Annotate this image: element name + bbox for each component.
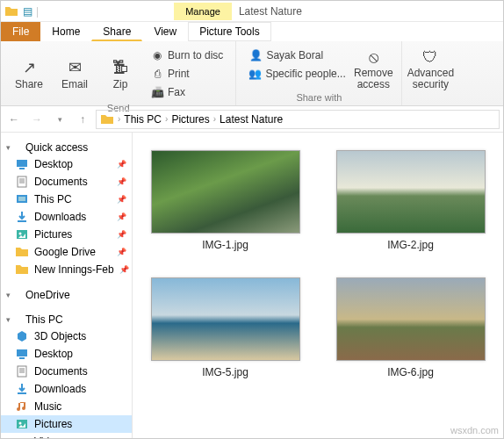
- nav-item[interactable]: Pictures📌: [1, 226, 132, 243]
- nav-item-label: Videos: [34, 435, 66, 438]
- nav-item-label: Downloads: [34, 211, 86, 223]
- nav-item[interactable]: New Innings-Feb📌: [1, 261, 132, 278]
- pin-icon: 📌: [117, 230, 126, 239]
- disc-icon: ◉: [150, 48, 164, 62]
- tab-picture-tools[interactable]: Picture Tools: [188, 22, 270, 41]
- chevron-right-icon: ›: [165, 114, 168, 124]
- nav-item-label: Pictures: [34, 418, 72, 430]
- nav-item[interactable]: 3D Objects: [1, 327, 132, 345]
- nav-back-button[interactable]: ←: [4, 110, 24, 129]
- nav-item[interactable]: Documents📌: [1, 173, 132, 191]
- file-thumbnail[interactable]: IMG-6.jpg: [327, 277, 494, 378]
- nav-item-label: 3D Objects: [34, 330, 86, 342]
- print-button[interactable]: ⎙Print: [147, 65, 227, 83]
- nav-forward-button[interactable]: →: [27, 110, 47, 129]
- group-label-sharewith: Share with: [296, 92, 342, 104]
- crumb-pictures[interactable]: Pictures: [171, 113, 209, 126]
- nav-item-label: Downloads: [34, 383, 86, 395]
- nav-item[interactable]: Music: [1, 398, 132, 415]
- tab-share[interactable]: Share: [91, 22, 142, 41]
- email-button[interactable]: ✉Email: [54, 45, 96, 103]
- pin-icon: 📌: [117, 177, 126, 186]
- svg-rect-5: [18, 220, 26, 222]
- tab-file[interactable]: File: [1, 22, 40, 41]
- remove-access-icon: ⦸: [363, 47, 384, 68]
- ribbon: ↗Share ✉Email 🗜Zip ◉Burn to disc ⎙Print …: [1, 41, 503, 106]
- nav-item[interactable]: This PC📌: [1, 191, 132, 208]
- crumb-root[interactable]: This PC: [124, 113, 162, 126]
- person-icon: 👤: [248, 48, 263, 62]
- explorer-body: ▾Quick accessDesktop📌Documents📌This PC📌D…: [1, 133, 503, 438]
- advanced-label: Advanced security: [407, 68, 454, 90]
- fax-icon: 📠: [150, 85, 164, 99]
- watermark: wsxdn.com: [450, 425, 499, 435]
- crumb-latest-nature[interactable]: Latest Nature: [220, 113, 283, 126]
- nav-item-label: Google Drive: [34, 246, 96, 258]
- nav-head-onedrive[interactable]: ▾OneDrive: [1, 287, 132, 303]
- fax-button[interactable]: 📠Fax: [147, 83, 227, 101]
- cube-icon: [15, 329, 29, 343]
- save-icon[interactable]: ▤: [20, 4, 34, 18]
- file-thumbnail[interactable]: IMG-2.jpg: [327, 150, 494, 251]
- nav-up-button[interactable]: ↑: [73, 110, 92, 129]
- email-label: Email: [61, 78, 88, 90]
- nav-item[interactable]: Documents: [1, 363, 132, 380]
- nav-item[interactable]: Google Drive📌: [1, 243, 132, 261]
- nav-item[interactable]: Desktop📌: [1, 155, 132, 173]
- folder-icon: [15, 263, 29, 277]
- nav-pane[interactable]: ▾Quick accessDesktop📌Documents📌This PC📌D…: [1, 133, 133, 438]
- nav-item-label: Pictures: [34, 228, 72, 241]
- folder-icon: [15, 245, 29, 259]
- chevron-right-icon: ›: [213, 114, 216, 124]
- tab-home[interactable]: Home: [40, 22, 91, 41]
- ribbon-group-security: 🛡Advanced security: [402, 41, 458, 105]
- remove-access-button[interactable]: ⦸Remove access: [352, 45, 394, 92]
- person-label: Sayak Boral: [266, 49, 323, 61]
- image-preview: [336, 150, 486, 234]
- person-sayak-button[interactable]: 👤Sayak Boral: [245, 47, 347, 64]
- svg-rect-2: [18, 176, 26, 187]
- file-thumbnail[interactable]: IMG-5.jpg: [141, 277, 309, 378]
- file-name: IMG-5.jpg: [202, 366, 248, 378]
- specific-people-button[interactable]: 👥Specific people...: [245, 65, 347, 83]
- nav-item[interactable]: Videos: [1, 433, 132, 438]
- file-name: IMG-6.jpg: [387, 366, 434, 378]
- nav-item-label: Desktop: [34, 348, 73, 360]
- ribbon-tabs: File Home Share View Picture Tools: [1, 22, 503, 41]
- breadcrumb[interactable]: › This PC › Pictures › Latest Nature: [96, 110, 500, 129]
- music-icon: [15, 399, 29, 414]
- nav-item[interactable]: Pictures: [1, 415, 132, 433]
- pin-icon: 📌: [117, 160, 126, 169]
- svg-rect-11: [19, 357, 25, 359]
- ribbon-group-sharewith: 👤Sayak Boral 👥Specific people... ⦸Remove…: [236, 41, 402, 105]
- content-pane[interactable]: IMG-1.jpgIMG-2.jpgIMG-5.jpgIMG-6.jpg: [133, 133, 503, 438]
- contextual-tab-header: Manage: [174, 3, 232, 20]
- title-bar: ▤ | Manage Latest Nature: [1, 1, 503, 22]
- address-bar: ← → ▾ ↑ › This PC › Pictures › Latest Na…: [1, 106, 503, 133]
- folder-icon: [100, 112, 114, 126]
- image-preview: [336, 277, 486, 361]
- fax-label: Fax: [168, 86, 185, 98]
- burn-button[interactable]: ◉Burn to disc: [147, 47, 227, 64]
- nav-item[interactable]: Downloads📌: [1, 208, 132, 226]
- nav-head-thispc[interactable]: ▾This PC: [1, 312, 132, 327]
- share-button[interactable]: ↗Share: [8, 45, 50, 103]
- svg-rect-12: [18, 366, 26, 377]
- zip-button[interactable]: 🗜Zip: [99, 45, 141, 103]
- remove-label: Remove access: [354, 68, 393, 90]
- advanced-security-button[interactable]: 🛡Advanced security: [409, 45, 451, 92]
- nav-recent-button[interactable]: ▾: [50, 110, 69, 129]
- nav-item[interactable]: Downloads: [1, 380, 132, 398]
- down-icon: [15, 382, 29, 396]
- nav-item[interactable]: Desktop: [1, 345, 132, 363]
- tab-view[interactable]: View: [142, 22, 188, 41]
- nav-item-label: Documents: [34, 365, 88, 378]
- image-preview: [151, 150, 300, 234]
- file-thumbnail[interactable]: IMG-1.jpg: [141, 150, 309, 251]
- nav-item-label: Desktop: [34, 158, 73, 170]
- nav-head-quick[interactable]: ▾Quick access: [1, 140, 132, 155]
- svg-rect-4: [18, 197, 25, 201]
- zip-label: Zip: [113, 78, 128, 90]
- nav-item-label: Documents: [34, 176, 88, 188]
- desktop-icon: [15, 347, 29, 361]
